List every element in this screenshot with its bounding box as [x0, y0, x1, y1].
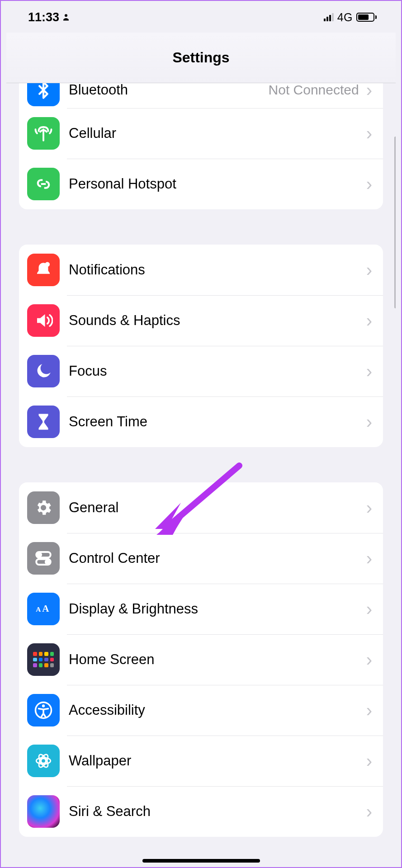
- settings-row-screen-time[interactable]: Screen Time ›: [19, 396, 383, 447]
- row-label: Cellular: [69, 125, 364, 142]
- svg-point-11: [41, 759, 46, 764]
- nav-header: Settings: [6, 33, 396, 83]
- row-label: Control Center: [69, 550, 364, 566]
- row-label: Focus: [69, 363, 364, 379]
- chevron-right-icon: ›: [364, 175, 372, 193]
- row-value: Not Connected: [269, 83, 359, 98]
- chevron-right-icon: ›: [364, 651, 372, 669]
- row-label: Personal Hotspot: [69, 176, 364, 192]
- settings-row-accessibility[interactable]: Accessibility ›: [19, 685, 383, 736]
- row-label: Home Screen: [69, 651, 364, 668]
- settings-row-cellular[interactable]: Cellular ›: [19, 108, 383, 159]
- chevron-right-icon: ›: [364, 600, 372, 618]
- chevron-right-icon: ›: [364, 362, 372, 380]
- settings-row-personal-hotspot[interactable]: Personal Hotspot ›: [19, 159, 383, 209]
- focus-icon: [27, 355, 60, 387]
- settings-row-focus[interactable]: Focus ›: [19, 346, 383, 396]
- settings-row-notifications[interactable]: Notifications ›: [19, 245, 383, 295]
- chevron-right-icon: ›: [364, 499, 372, 517]
- display-brightness-icon: AA: [27, 593, 60, 625]
- wallpaper-icon: [27, 745, 60, 777]
- notifications-icon: [27, 254, 60, 286]
- chevron-right-icon: ›: [364, 261, 372, 279]
- row-label: Display & Brightness: [69, 601, 364, 617]
- svg-text:A: A: [42, 603, 49, 614]
- chevron-right-icon: ›: [364, 802, 372, 821]
- cellular-icon: [27, 117, 60, 150]
- settings-row-bluetooth[interactable]: Bluetooth Not Connected ›: [19, 83, 383, 108]
- chevron-right-icon: ›: [364, 752, 372, 770]
- settings-row-display-brightness[interactable]: AA Display & Brightness ›: [19, 584, 383, 634]
- settings-row-sounds-haptics[interactable]: Sounds & Haptics ›: [19, 295, 383, 346]
- settings-group-general: General › Control Center › AA Display & …: [19, 482, 383, 837]
- svg-point-6: [46, 560, 49, 564]
- settings-row-wallpaper[interactable]: Wallpaper ›: [19, 736, 383, 786]
- siri-icon: [27, 795, 60, 828]
- accessibility-icon: [27, 694, 60, 726]
- location-person-icon: [62, 13, 70, 21]
- chevron-right-icon: ›: [364, 83, 372, 99]
- row-label: Siri & Search: [69, 803, 364, 820]
- bluetooth-icon: [27, 83, 60, 106]
- network-type-label: 4G: [337, 11, 353, 24]
- status-time: 11:33: [28, 10, 59, 24]
- chevron-right-icon: ›: [364, 311, 372, 330]
- settings-group-connectivity: Bluetooth Not Connected › Cellular › Per…: [19, 83, 383, 209]
- home-indicator[interactable]: [142, 859, 260, 863]
- general-icon: [27, 491, 60, 524]
- settings-row-home-screen[interactable]: Home Screen ›: [19, 634, 383, 685]
- settings-group-notifications: Notifications › Sounds & Haptics › Focus…: [19, 245, 383, 447]
- row-label: Screen Time: [69, 414, 364, 430]
- row-label: Wallpaper: [69, 753, 364, 769]
- status-bar: 11:33 4G: [6, 2, 396, 33]
- page-title: Settings: [172, 49, 229, 66]
- svg-point-10: [42, 704, 45, 707]
- control-center-icon: [27, 542, 60, 575]
- scroll-indicator[interactable]: [394, 137, 396, 308]
- row-label: Bluetooth: [69, 83, 269, 98]
- row-label: Notifications: [69, 262, 364, 278]
- svg-point-0: [65, 14, 67, 17]
- settings-row-general[interactable]: General ›: [19, 482, 383, 533]
- chevron-right-icon: ›: [364, 413, 372, 431]
- svg-point-2: [45, 262, 50, 267]
- chevron-right-icon: ›: [364, 124, 372, 142]
- svg-text:A: A: [36, 605, 41, 613]
- settings-row-control-center[interactable]: Control Center ›: [19, 533, 383, 584]
- chevron-right-icon: ›: [364, 549, 372, 567]
- cellular-signal-icon: [324, 13, 334, 21]
- hotspot-icon: [27, 168, 60, 200]
- sounds-icon: [27, 304, 60, 337]
- settings-row-siri-search[interactable]: Siri & Search ›: [19, 786, 383, 837]
- settings-content: Bluetooth Not Connected › Cellular › Per…: [6, 83, 396, 866]
- battery-icon: [356, 13, 377, 22]
- screen-time-icon: [27, 406, 60, 438]
- row-label: General: [69, 500, 364, 516]
- row-label: Sounds & Haptics: [69, 312, 364, 329]
- row-label: Accessibility: [69, 702, 364, 718]
- chevron-right-icon: ›: [364, 701, 372, 719]
- home-screen-icon: [27, 643, 60, 676]
- svg-point-4: [38, 553, 41, 557]
